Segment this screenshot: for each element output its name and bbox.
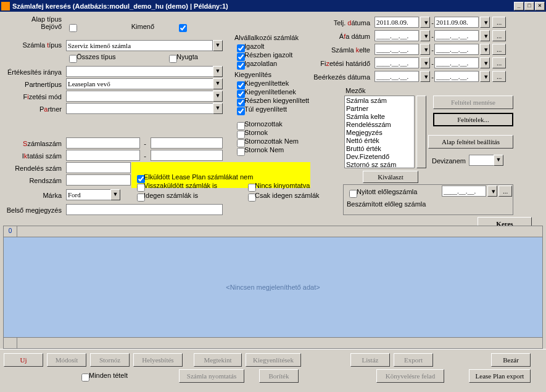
label-marka: Márka bbox=[19, 192, 62, 199]
nyitott-eloleg-clear-button[interactable]: ... bbox=[498, 186, 512, 197]
fizhat-to-drop-button[interactable]: ▾ bbox=[480, 57, 490, 68]
fizhat-to-input[interactable] bbox=[434, 57, 479, 68]
afa-to-input[interactable] bbox=[434, 30, 479, 41]
beerk-clear-button[interactable]: ... bbox=[492, 71, 506, 82]
grid-count: 0 bbox=[4, 226, 17, 237]
mezok-item[interactable]: Rendelésszám bbox=[346, 121, 413, 129]
label-visszakuldott: Visszaküldött számlák is bbox=[144, 182, 217, 189]
close-button[interactable]: × bbox=[535, 2, 545, 10]
mezok-scrollbar[interactable] bbox=[416, 96, 426, 168]
beerk-from-drop-button[interactable]: ▾ bbox=[420, 71, 430, 82]
beerk-to-drop-button[interactable]: ▾ bbox=[480, 71, 490, 82]
mezok-item[interactable]: Számla kelte bbox=[346, 113, 413, 121]
bejovo-checkbox[interactable] bbox=[69, 24, 77, 32]
label-minden-tetelt: Minden tételt bbox=[89, 372, 128, 379]
beerk-to-input[interactable] bbox=[434, 71, 479, 82]
mezok-item[interactable]: Sztornó sz szám bbox=[346, 161, 413, 168]
afa-from-drop-button[interactable]: ▾ bbox=[420, 30, 430, 41]
kelte-to-input[interactable] bbox=[434, 44, 479, 55]
bottom-bar: Uj Módosít Stornóz Helyesbítés Megtekint… bbox=[0, 349, 546, 382]
fizhat-from-drop-button[interactable]: ▾ bbox=[420, 57, 430, 68]
rendszam-input[interactable] bbox=[66, 162, 131, 173]
label-partnertipus: Partnertípus bbox=[12, 81, 62, 88]
uj-button[interactable]: Uj bbox=[4, 353, 43, 367]
boritek-button[interactable]: Boríték bbox=[259, 369, 299, 383]
marka-select[interactable] bbox=[66, 189, 120, 200]
telj-from-input[interactable] bbox=[374, 17, 419, 28]
partnertipus-select[interactable] bbox=[66, 78, 223, 89]
afa-from-input[interactable] bbox=[374, 30, 419, 41]
feltetelek-button[interactable]: Feltételek... bbox=[433, 113, 513, 126]
afa-clear-button[interactable]: ... bbox=[492, 30, 506, 41]
rendszam2-input[interactable] bbox=[66, 174, 131, 186]
label-devizanem: Devizanem bbox=[432, 157, 466, 165]
chevron-down-icon: ▼ bbox=[213, 40, 223, 51]
window-title: Számlafej keresés (Adatbázis:modul_demo_… bbox=[12, 2, 514, 10]
feltetel-mentese-button[interactable]: Feltétel mentése bbox=[433, 96, 513, 109]
telj-to-drop-button[interactable]: ▾ bbox=[480, 17, 490, 28]
stornoz-button[interactable]: Stornóz bbox=[90, 353, 130, 367]
label-rendszam: Rendelés szám bbox=[6, 165, 62, 172]
nyitott-eloleg-drop-button[interactable]: ▾ bbox=[487, 186, 497, 197]
helyesbites-button[interactable]: Helyesbítés bbox=[133, 353, 183, 367]
szlaszam-from-input[interactable] bbox=[66, 137, 140, 149]
iktszam-from-input[interactable] bbox=[66, 150, 140, 161]
label-alap-tipus: Alap típus bbox=[25, 15, 62, 23]
kelte-clear-button[interactable]: ... bbox=[492, 44, 506, 55]
alap-felt-button[interactable]: Alap feltétel beállítás bbox=[428, 135, 513, 149]
ertek-iranya-select[interactable] bbox=[66, 66, 223, 77]
mezok-item[interactable]: Számla szám bbox=[346, 97, 413, 105]
kelte-to-drop-button[interactable]: ▾ bbox=[480, 44, 490, 55]
label-igazolt: Igazolt bbox=[244, 43, 264, 50]
kivalaszt-button[interactable]: Kiválaszt bbox=[363, 171, 418, 183]
mezok-listbox[interactable]: Számla számPartnerSzámla kelteRendeléssz… bbox=[344, 96, 415, 168]
szla-nyomtatas-button[interactable]: Számla nyomtatás bbox=[179, 369, 244, 383]
partner-select[interactable] bbox=[66, 103, 223, 114]
szlaszam-to-input[interactable] bbox=[151, 137, 223, 149]
iktszam-to-input[interactable] bbox=[151, 150, 223, 161]
beerk-from-input[interactable] bbox=[374, 71, 419, 82]
label-stornok: Stornok bbox=[244, 129, 268, 136]
lp-export-button[interactable]: Lease Plan export bbox=[469, 369, 531, 383]
kiegyenlitesek-button[interactable]: Kiegyenlítések bbox=[246, 353, 301, 367]
results-grid[interactable]: 0 <Nincsen megjeleníthető adat> bbox=[3, 226, 543, 349]
mezok-item[interactable]: Dev.Fizetendő bbox=[346, 153, 413, 161]
label-stornok-nem: Stornok Nem bbox=[244, 146, 284, 153]
label-nincs-kinyom: Nincs kinyomtatva bbox=[255, 182, 310, 189]
label-reszben-kiegy: Részben kiegyenlített bbox=[244, 97, 309, 104]
mezok-item[interactable]: Megjegyzés bbox=[346, 129, 413, 137]
modosit-button[interactable]: Módosít bbox=[47, 353, 86, 367]
telj-clear-button[interactable]: ... bbox=[492, 17, 506, 28]
kelte-from-input[interactable] bbox=[374, 44, 419, 55]
grid-header: 0 bbox=[4, 226, 542, 237]
belso-mj-input[interactable] bbox=[66, 204, 223, 215]
szamla-tipus-select[interactable] bbox=[66, 40, 213, 51]
fizhat-from-input[interactable] bbox=[374, 57, 419, 68]
label-telj-datum: Telj. dátuma bbox=[327, 19, 370, 27]
afa-to-drop-button[interactable]: ▾ bbox=[480, 30, 490, 41]
mezok-item[interactable]: Nettó érték bbox=[346, 137, 413, 145]
nyitott-eloleg-date[interactable] bbox=[442, 186, 486, 197]
listaz-button[interactable]: Listáz bbox=[350, 353, 390, 367]
fizmod-select[interactable] bbox=[66, 91, 223, 102]
mezok-item[interactable]: Partner bbox=[346, 105, 413, 113]
label-kiegyenlitettek: Kiegyenlítettek bbox=[244, 80, 289, 87]
mezok-item[interactable]: Bruttó érték bbox=[346, 145, 413, 153]
label-elkuldott: Elküldött Lease Plan számlákat nem bbox=[144, 173, 253, 181]
kimeno-checkbox[interactable] bbox=[179, 24, 187, 32]
titlebar: Számlafej keresés (Adatbázis:modul_demo_… bbox=[0, 0, 546, 12]
fizhat-clear-button[interactable]: ... bbox=[492, 57, 506, 68]
label-mezok: Mezők bbox=[344, 87, 366, 94]
maximize-button[interactable]: □ bbox=[524, 2, 534, 10]
konyv-felad-button[interactable]: Könyvelésre felad bbox=[376, 369, 444, 383]
bezar-button[interactable]: Bezár bbox=[491, 353, 531, 367]
export-button[interactable]: Export bbox=[394, 353, 433, 367]
label-fizmod: Fizetési mód bbox=[12, 93, 62, 100]
label-kimeno: Kimenő bbox=[123, 23, 154, 30]
minimize-button[interactable]: _ bbox=[514, 2, 524, 10]
megtekint-button[interactable]: Megtekint bbox=[194, 353, 242, 367]
telj-to-input[interactable] bbox=[434, 17, 479, 28]
telj-from-drop-button[interactable]: ▾ bbox=[420, 17, 430, 28]
kelte-from-drop-button[interactable]: ▾ bbox=[420, 44, 430, 55]
devizanem-select[interactable] bbox=[469, 155, 503, 166]
